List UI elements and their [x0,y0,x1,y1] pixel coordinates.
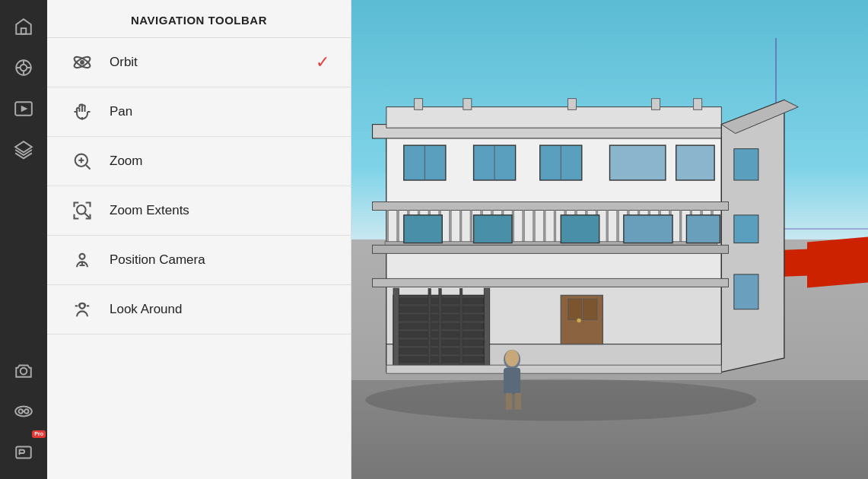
svg-rect-63 [554,210,556,245]
svg-rect-55 [470,210,472,245]
svg-rect-68 [606,210,609,245]
orbit-icon [68,49,96,76]
svg-point-26 [80,254,85,259]
svg-rect-41 [568,99,576,110]
nav-item-look-around[interactable]: Look Around [47,285,351,335]
svg-point-24 [77,205,86,214]
svg-rect-118 [506,393,512,410]
svg-rect-94 [624,215,672,243]
svg-rect-69 [617,210,619,245]
svg-rect-38 [386,107,721,128]
orbit-label: Orbit [110,55,138,70]
navigation-panel: NAVIGATION TOOLBAR Orbit ✓ [47,0,351,479]
svg-line-25 [85,214,90,218]
pan-label: Pan [110,104,132,119]
svg-rect-122 [734,215,758,243]
svg-point-2 [21,65,27,71]
svg-point-99 [577,319,581,323]
svg-point-10 [21,368,27,375]
pro-badge: Pro [32,430,46,438]
viewport-background [351,0,868,479]
position-camera-icon [68,246,96,274]
svg-rect-113 [439,288,442,372]
svg-rect-117 [504,368,520,395]
nav-item-zoom[interactable]: Zoom [47,137,351,186]
svg-rect-40 [463,99,472,110]
camera-icon-button[interactable] [5,351,43,389]
svg-rect-91 [404,215,442,243]
svg-rect-75 [679,210,682,245]
svg-rect-43 [694,99,702,110]
svg-rect-112 [428,288,431,372]
svg-rect-93 [561,215,599,243]
animation-icon-button[interactable] [5,90,43,128]
pan-icon [68,98,96,125]
svg-rect-95 [686,215,720,243]
svg-point-19 [80,60,84,65]
left-icon-sidebar: Pro [0,0,47,479]
orbit-checkmark: ✓ [316,52,329,72]
svg-rect-123 [734,274,758,309]
look-around-icon [68,296,96,323]
svg-line-21 [86,165,90,169]
svg-rect-114 [459,288,463,372]
building-model [351,0,868,479]
zoom-extents-label: Zoom Extents [110,203,189,218]
svg-rect-62 [543,210,545,245]
look-around-label: Look Around [110,302,182,317]
svg-rect-39 [415,99,423,110]
svg-marker-8 [21,106,28,113]
svg-point-12 [19,409,23,413]
svg-point-120 [505,350,519,366]
svg-point-32 [365,379,756,421]
svg-rect-80 [373,245,729,253]
position-camera-label: Position Camera [110,252,205,268]
nav-items-list: Orbit ✓ Pan [47,38,351,335]
svg-rect-87 [676,145,714,180]
svg-rect-121 [734,149,758,180]
zoom-extents-icon [68,197,96,224]
zoom-icon [68,148,96,175]
layers-icon-button[interactable] [5,131,43,169]
svg-rect-53 [449,210,451,245]
svg-point-13 [24,409,28,413]
svg-rect-101 [393,288,399,372]
svg-rect-54 [459,210,462,245]
svg-rect-86 [610,145,666,180]
svg-rect-98 [583,299,597,320]
pro-icon-button[interactable]: Pro [5,433,43,471]
home-icon-button[interactable] [5,8,43,46]
viewport[interactable] [351,0,868,479]
svg-rect-97 [568,299,581,320]
svg-rect-61 [533,210,536,245]
nav-panel-title: NAVIGATION TOOLBAR [47,0,351,38]
svg-rect-119 [515,393,521,410]
svg-rect-46 [373,201,729,210]
svg-rect-48 [397,210,399,245]
nav-item-position-camera[interactable]: Position Camera [47,236,351,285]
nav-item-pan[interactable]: Pan [47,87,351,137]
nav-item-orbit[interactable]: Orbit ✓ [47,38,351,87]
svg-rect-0 [21,28,27,34]
zoom-label: Zoom [110,154,142,169]
svg-rect-60 [523,210,525,245]
svg-rect-42 [652,99,660,110]
svg-rect-102 [484,288,489,372]
svg-rect-47 [386,210,389,245]
nav-item-zoom-extents[interactable]: Zoom Extents [47,186,351,236]
svg-rect-81 [373,278,729,287]
svg-rect-115 [386,365,721,373]
svg-rect-92 [474,215,512,243]
vr-icon-button[interactable] [5,392,43,430]
scene-icon-button[interactable] [5,49,43,87]
